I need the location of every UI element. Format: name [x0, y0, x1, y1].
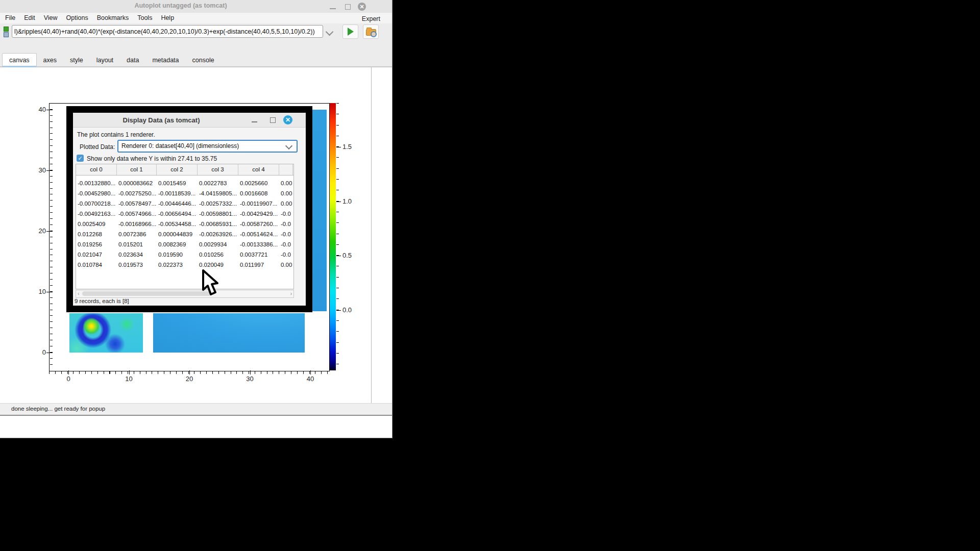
table-cell: 0.019590 — [157, 249, 198, 260]
table-cell: 0.000083662 — [117, 178, 157, 188]
tab-style[interactable]: style — [63, 54, 90, 67]
scrollbar-thumb[interactable] — [82, 291, 211, 296]
table-cell: -0.00700218... — [76, 198, 117, 209]
close-icon[interactable]: ✕ — [358, 3, 366, 11]
filter-checkbox[interactable]: ✓ — [77, 155, 84, 162]
scroll-right-icon[interactable]: › — [290, 291, 292, 297]
table-row[interactable]: 0.0192560.0152010.00823690.0029934-0.001… — [76, 239, 293, 249]
spectrogram-blue-region — [153, 313, 305, 353]
x-tick-label: 40 — [303, 375, 318, 383]
x-major-tick — [129, 370, 130, 374]
table-cell: -0.00598801... — [198, 209, 238, 219]
spectrogram-right-strip — [312, 110, 327, 311]
table-cell: -0.00168966... — [117, 219, 157, 229]
colorbar-major-tick — [336, 310, 341, 311]
uri-input[interactable]: l)&ripples(40,40)+rand(40,40)*(exp(-dist… — [12, 25, 323, 38]
table-cell: -0.00118539... — [157, 188, 198, 198]
minimize-icon[interactable] — [330, 8, 336, 9]
desktop-background: Autoplot untagged (as tomcat) ✕ FileEdit… — [0, 0, 980, 551]
table-cell: 0.019573 — [117, 260, 157, 270]
dialog-titlebar[interactable]: Display Data (as tomcat) ✕ — [73, 113, 306, 128]
table-header: col 0col 1col 2col 3col 4 — [76, 164, 293, 176]
y-tick-label: 0 — [29, 349, 46, 356]
go-button[interactable] — [342, 24, 358, 39]
scroll-left-icon[interactable]: ‹ — [78, 291, 79, 297]
table-cell: -0.0 — [279, 239, 293, 249]
table-cell: 0.021047 — [76, 249, 117, 260]
tabs: canvasaxesstylelayoutdatametadataconsole — [2, 53, 221, 67]
menu-file[interactable]: File — [5, 13, 15, 21]
mouse-cursor — [200, 269, 224, 300]
table-cell: -0.00587260... — [238, 219, 279, 229]
table-cell: 0.0029934 — [198, 239, 238, 249]
table-cell: 0.00 — [279, 260, 293, 270]
table-horizontal-scrollbar[interactable]: ‹ › — [76, 290, 294, 298]
table-row[interactable]: 0.0210470.0236340.0195900.0102560.003772… — [76, 249, 293, 260]
tab-data[interactable]: data — [120, 54, 145, 67]
table-cell: -0.00578497... — [117, 198, 157, 209]
plot-canvas[interactable]: 403020100 010203040 1.51.00.50.0 Display… — [0, 67, 392, 403]
table-cell: -0.0 — [279, 219, 293, 229]
table-column-header[interactable]: col 1 — [117, 164, 157, 175]
table-row[interactable]: 0.0025409-0.00168966...-0.00534458...-0.… — [76, 219, 293, 229]
table-row[interactable]: 0.0107840.0195730.0223730.0200490.011997… — [76, 260, 293, 270]
table-cell: -0.00429429... — [238, 209, 279, 219]
tab-canvas[interactable]: canvas — [2, 53, 37, 67]
tab-layout[interactable]: layout — [90, 54, 120, 67]
status-bar: done sleeping... get ready for popup — [0, 403, 392, 416]
plotted-data-select[interactable]: Renderer 0: dataset[40,40] (dimensionles… — [117, 140, 298, 153]
datasource-blue-square-icon[interactable] — [4, 32, 9, 37]
dialog-maximize-icon[interactable] — [270, 117, 276, 123]
tab-metadata[interactable]: metadata — [145, 54, 185, 67]
tab-axes[interactable]: axes — [37, 54, 63, 67]
plotted-data-label: Plotted Data: — [80, 143, 115, 151]
menu-tools[interactable]: Tools — [137, 13, 152, 21]
expert-mode-label[interactable]: Expert — [362, 15, 380, 22]
menu-help[interactable]: Help — [161, 13, 174, 21]
table-column-header[interactable]: col 4 — [238, 164, 279, 175]
datasource-green-square-icon[interactable] — [4, 27, 9, 32]
table-cell: 0.00 — [279, 188, 293, 198]
menu-items: FileEditViewOptionsBookmarksToolsHelp — [5, 13, 183, 22]
menu-bar: FileEditViewOptionsBookmarksToolsHelp Ex… — [0, 13, 392, 23]
y-tick-label: 30 — [29, 167, 46, 174]
table-cell: -0.00492163... — [76, 209, 117, 219]
uri-dropdown-chevron-icon[interactable] — [326, 28, 334, 36]
table-cell: 0.0015459 — [157, 178, 198, 188]
maximize-icon[interactable] — [345, 4, 351, 10]
inspect-uri-button[interactable] — [363, 24, 379, 39]
y-major-tick — [46, 292, 53, 292]
combo-chevron-down-icon — [285, 142, 292, 149]
table-cell: 0.022373 — [157, 260, 198, 270]
table-cell: -0.0 — [279, 209, 293, 219]
y-major-tick — [46, 353, 53, 353]
table-row[interactable]: -0.00452980...-0.00275250...-0.00118539.… — [76, 188, 293, 198]
table-cell: -0.0 — [279, 249, 293, 260]
menu-options[interactable]: Options — [66, 13, 88, 21]
menu-view[interactable]: View — [44, 13, 58, 21]
table-row[interactable]: -0.00132880...0.0000836620.00154590.0022… — [76, 178, 293, 188]
magnifier-icon — [371, 31, 377, 37]
menu-edit[interactable]: Edit — [24, 13, 35, 21]
table-row[interactable]: -0.00492163...-0.00574966...-0.00656494.… — [76, 209, 293, 219]
tab-console[interactable]: console — [186, 54, 221, 67]
records-count-text: 9 records, each is [8] — [75, 298, 129, 304]
table-column-header[interactable]: col 0 — [76, 164, 117, 175]
colorbar-major-tick — [336, 256, 341, 256]
table-column-header[interactable] — [279, 164, 293, 175]
menu-bookmarks[interactable]: Bookmarks — [97, 13, 129, 21]
spectrogram-ripple-hotspot — [69, 313, 143, 353]
table-row[interactable]: 0.0122680.00723860.000044839-0.00263926.… — [76, 229, 293, 239]
data-table[interactable]: col 0col 1col 2col 3col 4 -0.00132880...… — [76, 164, 294, 289]
table-cell: 0.015201 — [117, 239, 157, 249]
table-cell: -0.00446446... — [157, 198, 198, 209]
window-titlebar[interactable]: Autoplot untagged (as tomcat) ✕ — [0, 0, 392, 13]
dialog-close-icon[interactable]: ✕ — [283, 115, 292, 124]
y-major-tick — [46, 110, 53, 110]
table-column-header[interactable]: col 2 — [157, 164, 198, 175]
table-cell: -0.00534458... — [157, 219, 198, 229]
dialog-minimize-icon[interactable] — [252, 121, 257, 122]
table-row[interactable]: -0.00700218...-0.00578497...-0.00446446.… — [76, 198, 293, 209]
table-column-header[interactable]: col 3 — [198, 164, 238, 175]
table-cell: -0.00656494... — [157, 209, 198, 219]
